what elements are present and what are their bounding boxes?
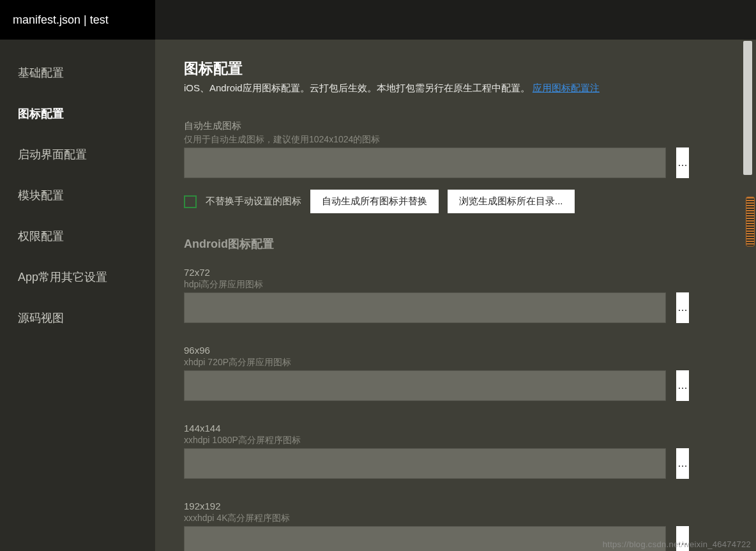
main: 图标配置 iOS、Android应用图标配置。云打包后生效。本地打包需另行在原生…: [155, 40, 756, 551]
sidebar: 基础配置 图标配置 启动界面配置 模块配置 权限配置 App常用其它设置 源码视…: [0, 40, 155, 551]
sidebar-item-splash[interactable]: 启动界面配置: [0, 134, 155, 175]
browse-output-button[interactable]: 浏览生成图标所在目录...: [448, 190, 575, 213]
sidebar-item-modules[interactable]: 模块配置: [0, 175, 155, 216]
icon-96-label: 96x96: [184, 345, 756, 356]
icon-96-browse-button[interactable]: …: [676, 370, 689, 401]
generate-all-button[interactable]: 自动生成所有图标并替换: [310, 190, 439, 213]
icon-144-browse-button[interactable]: …: [676, 448, 689, 479]
top-bar: manifest.json | test: [0, 0, 756, 40]
no-replace-checkbox-label: 不替换手动设置的图标: [206, 195, 301, 208]
icon-144-label: 144x144: [184, 423, 756, 434]
window-title: manifest.json | test: [0, 0, 155, 40]
icon-144-hint: xxhdpi 1080P高分屏程序图标: [184, 435, 756, 446]
autogen-browse-button[interactable]: …: [676, 147, 689, 178]
autogen-path-input[interactable]: [184, 147, 666, 178]
autogen-hint: 仅用于自动生成图标，建议使用1024x1024的图标: [184, 134, 756, 146]
no-replace-checkbox[interactable]: [184, 195, 197, 208]
icon-96-input[interactable]: [184, 370, 666, 401]
page-description: iOS、Android应用图标配置。云打包后生效。本地打包需另行在原生工程中配置…: [184, 82, 756, 94]
page-title: 图标配置: [184, 59, 756, 79]
icon-72-label: 72x72: [184, 267, 756, 278]
icon-144-input[interactable]: [184, 448, 666, 479]
sidebar-item-source-view[interactable]: 源码视图: [0, 298, 155, 338]
top-bar-spacer: [155, 0, 756, 40]
scrollbar-thumb[interactable]: [746, 197, 755, 246]
autogen-label: 自动生成图标: [184, 120, 756, 132]
watermark: https://blog.csdn.net/weixin_46474722: [603, 540, 751, 549]
icon-72-browse-button[interactable]: …: [676, 292, 689, 323]
sidebar-item-app-settings[interactable]: App常用其它设置: [0, 257, 155, 298]
icon-96-hint: xhdpi 720P高分屏应用图标: [184, 357, 756, 368]
scrollbar-track[interactable]: [743, 41, 752, 175]
page-description-text: iOS、Android应用图标配置。云打包后生效。本地打包需另行在原生工程中配置…: [184, 82, 530, 93]
sidebar-item-permissions[interactable]: 权限配置: [0, 216, 155, 257]
sidebar-item-basic[interactable]: 基础配置: [0, 52, 155, 93]
sidebar-item-icon[interactable]: 图标配置: [0, 93, 155, 134]
android-section-heading: Android图标配置: [184, 236, 756, 252]
icon-192-input[interactable]: [184, 526, 666, 551]
icon-192-hint: xxxhdpi 4K高分屏程序图标: [184, 513, 756, 524]
icon-192-label: 192x192: [184, 501, 756, 511]
icon-72-input[interactable]: [184, 292, 666, 323]
page-description-link[interactable]: 应用图标配置注: [533, 82, 600, 93]
icon-72-hint: hdpi高分屏应用图标: [184, 279, 756, 291]
